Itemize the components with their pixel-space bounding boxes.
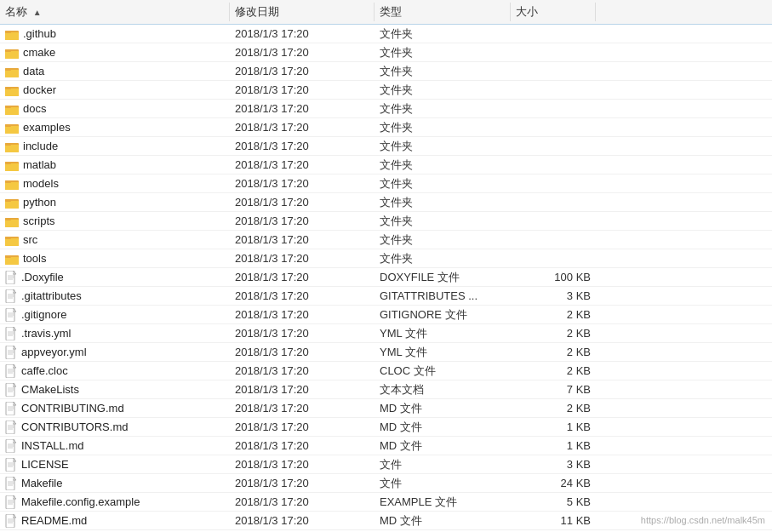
svg-rect-31: [5, 220, 19, 227]
file-name: python: [23, 196, 56, 209]
file-icon: [5, 346, 17, 359]
table-row[interactable]: matlab 2018/1/3 17:20 文件夹: [0, 156, 772, 174]
cell-size: 100 KB: [511, 268, 596, 286]
sort-arrow: ▲: [33, 8, 42, 17]
svg-rect-25: [5, 182, 19, 190]
cell-date: 2018/1/3 17:20: [230, 174, 375, 192]
table-row[interactable]: data 2018/1/3 17:20 文件夹: [0, 62, 772, 81]
cell-type: 文件夹: [375, 249, 511, 267]
file-icon: [5, 271, 17, 284]
file-name: caffe.cloc: [21, 364, 68, 377]
table-row[interactable]: LICENSE 2018/1/3 17:20 文件 3 KB: [0, 455, 772, 474]
cell-date: 2018/1/3 17:20: [230, 118, 375, 136]
cell-name: python: [0, 193, 230, 211]
cell-size: 2 KB: [511, 324, 596, 342]
file-name: appveyor.yml: [21, 346, 87, 358]
table-row[interactable]: .gitattributes 2018/1/3 17:20 GITATTRIBU…: [0, 287, 772, 306]
cell-type: YML 文件: [375, 343, 511, 361]
cell-name: CONTRIBUTORS.md: [0, 418, 230, 436]
table-row[interactable]: docs 2018/1/3 17:20 文件夹: [0, 100, 772, 118]
file-icon: [5, 439, 17, 453]
file-icon: [5, 327, 17, 340]
svg-rect-16: [5, 126, 19, 134]
cell-name: scripts: [0, 212, 230, 230]
cell-name: .Doxyfile: [0, 268, 230, 286]
cell-size: 1 KB: [511, 418, 596, 436]
cell-date: 2018/1/3 17:20: [230, 268, 375, 286]
cell-type: MD 文件: [375, 512, 511, 529]
cell-type: 文件夹: [375, 137, 511, 155]
cell-name: include: [0, 137, 230, 155]
cell-size: 2 KB: [511, 343, 596, 361]
file-icon: [5, 383, 17, 397]
folder-icon: [5, 84, 19, 96]
table-row[interactable]: CONTRIBUTORS.md 2018/1/3 17:20 MD 文件 1 K…: [0, 418, 772, 437]
cell-size: [511, 118, 596, 136]
table-row[interactable]: .travis.yml 2018/1/3 17:20 YML 文件 2 KB: [0, 324, 772, 343]
table-row[interactable]: src 2018/1/3 17:20 文件夹: [0, 231, 772, 249]
cell-name: models: [0, 174, 230, 192]
cell-type: 文本文档: [375, 380, 511, 398]
cell-type: 文件夹: [375, 81, 511, 99]
svg-rect-32: [5, 218, 11, 220]
table-row[interactable]: README.md 2018/1/3 17:20 MD 文件 11 KB: [0, 512, 772, 530]
cell-date: 2018/1/3 17:20: [230, 437, 375, 455]
file-name: models: [23, 177, 59, 190]
table-row[interactable]: CMakeLists 2018/1/3 17:20 文本文档 7 KB: [0, 380, 772, 399]
svg-rect-34: [5, 238, 19, 246]
cell-date: 2018/1/3 17:20: [230, 193, 375, 211]
table-row[interactable]: appveyor.yml 2018/1/3 17:20 YML 文件 2 KB: [0, 343, 772, 362]
cell-type: 文件夹: [375, 43, 511, 61]
col-header-size[interactable]: 大小: [511, 3, 596, 21]
table-row[interactable]: caffe.cloc 2018/1/3 17:20 CLOC 文件 2 KB: [0, 362, 772, 380]
file-icon: [5, 495, 17, 509]
file-icon: [5, 289, 17, 303]
cell-name: .travis.yml: [0, 324, 230, 342]
file-name: scripts: [23, 215, 55, 227]
cell-size: 5 KB: [511, 493, 596, 511]
table-row[interactable]: python 2018/1/3 17:20 文件夹: [0, 193, 772, 212]
table-row[interactable]: examples 2018/1/3 17:20 文件夹: [0, 118, 772, 137]
file-name: include: [23, 140, 58, 152]
folder-icon: [5, 47, 19, 59]
svg-rect-28: [5, 201, 19, 209]
table-row[interactable]: docker 2018/1/3 17:20 文件夹: [0, 81, 772, 100]
table-row[interactable]: include 2018/1/3 17:20 文件夹: [0, 137, 772, 156]
cell-size: [511, 25, 596, 43]
table-row[interactable]: INSTALL.md 2018/1/3 17:20 MD 文件 1 KB: [0, 437, 772, 455]
cell-name: cmake: [0, 43, 230, 61]
cell-size: [511, 100, 596, 117]
table-row[interactable]: tools 2018/1/3 17:20 文件夹: [0, 249, 772, 268]
cell-date: 2018/1/3 17:20: [230, 455, 375, 473]
table-row[interactable]: .gitignore 2018/1/3 17:20 GITIGNORE 文件 2…: [0, 306, 772, 324]
cell-date: 2018/1/3 17:20: [230, 249, 375, 267]
folder-icon: [5, 234, 19, 246]
table-row[interactable]: Makefile 2018/1/3 17:20 文件 24 KB: [0, 474, 772, 493]
cell-size: [511, 137, 596, 155]
table-row[interactable]: Makefile.config.example 2018/1/3 17:20 E…: [0, 493, 772, 512]
col-header-type[interactable]: 类型: [375, 3, 511, 21]
col-size-label: 大小: [516, 5, 538, 18]
file-list: .github 2018/1/3 17:20 文件夹 cmake 2018/1/…: [0, 25, 772, 532]
cell-size: 1 KB: [511, 437, 596, 455]
col-header-name[interactable]: 名称 ▲: [0, 3, 230, 21]
table-row[interactable]: .Doxyfile 2018/1/3 17:20 DOXYFILE 文件 100…: [0, 268, 772, 287]
table-row[interactable]: CONTRIBUTING.md 2018/1/3 17:20 MD 文件 2 K…: [0, 399, 772, 418]
table-row[interactable]: cmake 2018/1/3 17:20 文件夹: [0, 43, 772, 62]
cell-size: 2 KB: [511, 362, 596, 380]
col-header-date[interactable]: 修改日期: [230, 3, 375, 21]
table-row[interactable]: .github 2018/1/3 17:20 文件夹: [0, 25, 772, 43]
cell-name: tools: [0, 249, 230, 267]
cell-name: .gitattributes: [0, 287, 230, 305]
table-row[interactable]: scripts 2018/1/3 17:20 文件夹: [0, 212, 772, 231]
file-name: README.md: [21, 514, 87, 527]
cell-date: 2018/1/3 17:20: [230, 43, 375, 61]
cell-type: 文件: [375, 455, 511, 473]
table-row[interactable]: models 2018/1/3 17:20 文件夹: [0, 174, 772, 193]
cell-name: LICENSE: [0, 455, 230, 473]
svg-rect-1: [5, 32, 19, 40]
cell-date: 2018/1/3 17:20: [230, 25, 375, 43]
file-name: INSTALL.md: [21, 439, 83, 452]
cell-size: 24 KB: [511, 474, 596, 492]
cell-date: 2018/1/3 17:20: [230, 287, 375, 305]
